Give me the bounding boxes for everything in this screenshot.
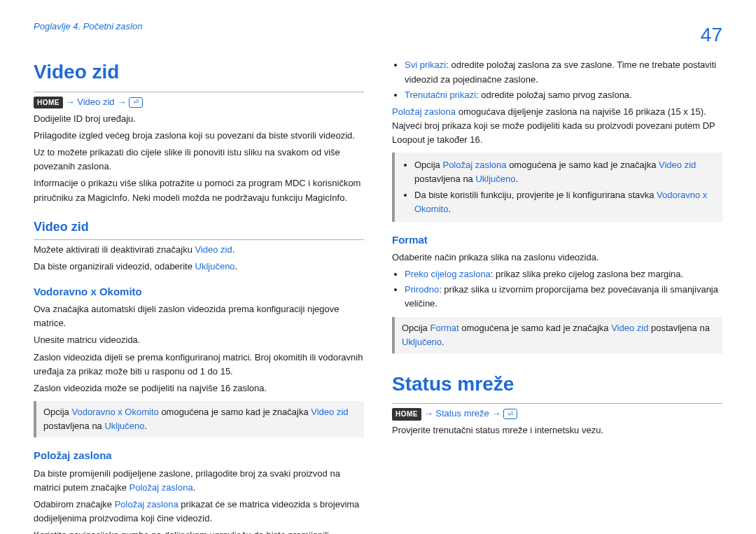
term: Video zid [311,407,348,417]
bullet-list: Preko cijelog zaslona: prikaz slika prek… [392,267,722,311]
text: Da biste koristili funkciju, provjerite … [414,190,657,200]
page-number: 47 [701,20,722,50]
term: Položaj zaslona [130,482,193,493]
list-item: Trenutačni prikazi: odredite položaj sam… [405,88,722,102]
content-columns: Video zid HOME → Video zid → ⏎ Dodijelit… [34,57,722,534]
text: Koristite navigacijske gumbe na daljinsk… [34,530,329,534]
paragraph: Provjerite trenutačni status mreže i int… [392,423,722,437]
nav-path-video-zid: HOME → Video zid → ⏎ [34,95,364,109]
paragraph: Uz to možete prikazati dio cijele slike … [34,146,364,174]
term: Uključeno [402,337,442,347]
note-box: Opcija Položaj zaslona omogućena je samo… [392,153,722,222]
text: . [442,337,444,347]
text: . [235,261,238,272]
left-column: Video zid HOME → Video zid → ⏎ Dodijelit… [34,57,364,534]
text: Možete aktivirati ili deaktivirati znača… [34,244,195,255]
term: Svi prikazi [405,59,446,70]
subsection-format: Format [392,232,722,248]
term: Položaj zaslona [115,499,178,510]
text: postavljena na [43,421,104,431]
text: omogućena je samo kad je značajka [159,407,312,417]
text: . [145,421,148,431]
term: Video zid [611,323,648,333]
arrow-icon: → [424,408,433,419]
section-video-zid: Video zid [34,218,364,240]
home-badge: HOME [34,97,63,109]
paragraph: Da biste organizirali videozid, odaberit… [34,260,364,274]
paragraph: Odaberite način prikaza slika na zaslonu… [392,251,722,265]
title-status-mreze: Status mreže [392,369,722,404]
text: Opcija [402,323,430,333]
text: omogućena je samo kad je značajka [459,323,612,333]
paragraph: Možete aktivirati ili deaktivirati znača… [34,243,364,257]
text: . [232,244,235,255]
paragraph: Prilagodite izgled većeg broja zaslona k… [34,129,364,143]
term: Vodoravno x Okomito [71,407,158,417]
paragraph: Zaslon videozida može se podijeliti na n… [34,381,364,395]
paragraph: Ova značajka automatski dijeli zaslon vi… [34,302,364,330]
subsection-polozaj-zaslona: Položaj zaslona [34,447,364,463]
bullet-list: Svi prikazi: odredite položaj zaslona za… [392,58,722,101]
nav-path-status-mreze: HOME → Status mreže → ⏎ [392,407,722,421]
text: . [516,174,519,184]
text: : odredite položaj zaslona za sve zaslon… [405,59,716,84]
list-item: Opcija Položaj zaslona omogućena je samo… [414,158,715,186]
paragraph: Zaslon videozida dijeli se prema konfigu… [34,351,364,379]
text: postavljena na [414,174,475,184]
text: Opcija [43,407,71,417]
note-box: Opcija Format omogućena je samo kad je z… [392,317,722,353]
paragraph: Dodijelite ID broj uređaju. [34,112,364,126]
term: Prirodno [405,284,439,295]
enter-icon: ⏎ [503,409,517,419]
enter-icon: ⏎ [129,97,143,108]
term-video-zid: Video zid [195,244,232,255]
paragraph: Položaj zaslona omogućava dijeljenje zas… [392,105,722,147]
home-badge: HOME [392,408,421,421]
right-column: Svi prikazi: odredite položaj zaslona za… [392,57,722,534]
text: postavljena na [648,323,709,333]
text: . [448,204,451,214]
nav-video-zid: Video zid [77,97,114,107]
nav-status-mreze: Status mreže [435,408,489,419]
term: Preko cijelog zaslona [405,269,491,279]
title-video-zid: Video zid [34,57,364,92]
text: . [193,482,196,493]
term: Format [430,323,458,333]
paragraph: Informacije o prikazu više slika potraži… [34,176,364,204]
term: Video zid [659,160,696,170]
term-ukljuceno: Uključeno [195,261,235,272]
text: Odabirom značajke [34,499,115,510]
list-item: Preko cijelog zaslona: prikaz slika prek… [405,267,722,281]
text: Da biste organizirali videozid, odaberit… [34,261,195,272]
term: Uključeno [104,421,144,431]
list-item: Svi prikazi: odredite položaj zaslona za… [405,58,722,86]
subsection-vodoravno-okomito: Vodoravno x Okomito [34,283,364,300]
text: : odredite položaj samo prvog zaslona. [476,90,632,100]
list-item: Da biste koristili funkciju, provjerite … [414,188,715,216]
term: Položaj zaslona [392,106,456,117]
arrow-icon: → [66,97,75,107]
text: Opcija [414,160,442,170]
arrow-icon: → [117,97,126,107]
note-list: Opcija Položaj zaslona omogućena je samo… [402,158,715,216]
chapter-label: Poglavlje 4. Početni zaslon [34,20,142,34]
document-page: Poglavlje 4. Početni zaslon 47 Video zid… [0,0,756,534]
list-item: Prirodno: prikaz slika u izvornim propor… [405,283,722,311]
note-box: Opcija Vodoravno x Okomito omogućena je … [34,401,364,437]
text: omogućena je samo kad je značajka [507,160,659,170]
term: Uključeno [475,174,515,184]
paragraph: Koristite navigacijske gumbe na daljinsk… [34,528,364,534]
arrow-icon: → [491,408,500,419]
paragraph: Odabirom značajke Položaj zaslona prikaz… [34,498,364,526]
text: : prikaz slika preko cijelog zaslona bez… [491,269,683,279]
term: Trenutačni prikazi [405,90,476,100]
text: : prikaz slika u izvornim proporcijama b… [405,284,718,309]
paragraph: Da biste promijenili podijeljene zaslone… [34,467,364,495]
paragraph: Unesite matricu videozida. [34,333,364,347]
page-header: Poglavlje 4. Početni zaslon 47 [34,20,722,50]
term: Položaj zaslona [442,160,506,170]
